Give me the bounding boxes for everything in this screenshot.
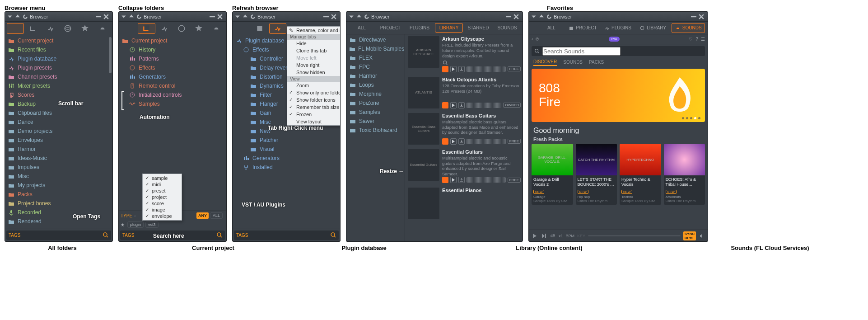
playbar-track[interactable]	[588, 235, 681, 236]
next-icon[interactable]	[541, 233, 547, 239]
pack-card[interactable]: CATCH THE RHYTHMLET'S START THE BOUNCE: …	[576, 144, 617, 205]
sounds-tab[interactable]: LIBRARY	[637, 24, 669, 33]
tab-sounds-icon[interactable]	[94, 23, 111, 34]
library-tab[interactable]: LIBRARY	[435, 23, 463, 33]
list-item[interactable]: Ideas-Music	[5, 154, 112, 163]
list-item[interactable]: Toxic Biohazard	[346, 126, 405, 135]
library-pack[interactable]: Essential Bass GuitarsEssential Bass Gui…	[408, 113, 521, 145]
list-item[interactable]: Effects	[119, 63, 226, 72]
search-icon[interactable]	[103, 232, 109, 239]
list-item[interactable]: Project bones	[5, 199, 112, 208]
popup-tag-item[interactable]: ✓envelope	[144, 213, 181, 219]
library-pack[interactable]: ATLANTISBlack Octopus Atlantis128 Oceani…	[408, 77, 521, 108]
play-icon[interactable]	[532, 233, 538, 239]
scrollbar[interactable]	[109, 37, 112, 73]
refresh-icon[interactable]: ⟳	[536, 37, 539, 42]
list-item[interactable]: FPC	[346, 62, 405, 71]
library-tab[interactable]: SOUNDS	[494, 24, 521, 32]
soundcloud-icon[interactable]	[442, 138, 448, 145]
search-icon[interactable]	[442, 60, 448, 66]
download-icon[interactable]	[458, 138, 465, 145]
pill-any[interactable]: ANY	[196, 212, 209, 219]
list-item[interactable]: FL Mobile Samples	[346, 44, 405, 53]
minimize-icon[interactable]	[95, 14, 102, 20]
ctx-hide[interactable]: Hide	[287, 40, 341, 47]
list-item[interactable]: My projects	[5, 181, 112, 190]
titlebar[interactable]: Browser	[119, 12, 226, 22]
list-item[interactable]: Recorded	[5, 208, 112, 217]
ctx-folder-icons[interactable]: ✓Show folder icons	[287, 96, 341, 104]
volume-icon[interactable]	[699, 233, 705, 239]
list-item[interactable]: Envelopes	[5, 136, 112, 145]
tab-plugins-icon[interactable]	[42, 23, 59, 34]
nav-up-icon[interactable]	[128, 14, 135, 20]
titlebar[interactable]: Browser	[346, 12, 523, 22]
pack-card[interactable]: GARAGE. DRILL. VOCALS.Garage & Drill Voc…	[532, 144, 573, 205]
list-item[interactable]: Generators	[119, 72, 226, 81]
popup-tag-item[interactable]: ✓preset	[144, 188, 181, 194]
subtab-discover[interactable]: DISCOVER	[533, 59, 557, 66]
nav-up-icon[interactable]	[242, 14, 248, 20]
play-icon[interactable]	[450, 177, 457, 183]
chevron-down-icon[interactable]	[121, 14, 127, 20]
waveform[interactable]	[467, 177, 506, 183]
list-item[interactable]: Mixer presets	[5, 81, 112, 90]
chevron-down-icon[interactable]	[348, 14, 355, 20]
sounds-search[interactable]	[532, 46, 705, 56]
ctx-only-one[interactable]: ✓Show only one folder content	[287, 89, 341, 96]
close-icon[interactable]	[331, 14, 337, 20]
chevron-down-icon[interactable]	[531, 14, 537, 20]
heart-icon[interactable]: ♡	[689, 37, 693, 42]
titlebar[interactable]: Browser	[233, 12, 340, 22]
tab-all-icon[interactable]	[234, 23, 251, 34]
list-item[interactable]: Sawer	[346, 117, 405, 126]
refresh-icon[interactable]	[136, 14, 142, 20]
tags-bar[interactable]: TAGS	[234, 231, 339, 240]
tab-library-icon[interactable]	[173, 23, 190, 34]
ctx-remember[interactable]: ✓Remember tab size	[287, 104, 341, 111]
nav-up-icon[interactable]	[356, 14, 362, 20]
tab-plugins-icon[interactable]	[269, 23, 286, 34]
tab-all-icon[interactable]	[121, 23, 137, 34]
list-item[interactable]: Harmor	[346, 71, 405, 80]
waveform[interactable]	[467, 66, 506, 72]
list-item[interactable]: Harmor	[5, 145, 112, 154]
list-item[interactable]: Impulses	[5, 163, 112, 172]
list-item[interactable]: Loops	[346, 80, 405, 89]
popup-tag-item[interactable]: ✓project	[144, 194, 181, 200]
subtab-sounds[interactable]: SOUNDS	[563, 60, 583, 66]
list-item[interactable]: Channel presets	[5, 72, 112, 81]
titlebar[interactable]: Browser	[529, 12, 708, 22]
list-item[interactable]: Misc	[5, 172, 112, 181]
library-tab[interactable]: PROJECT	[377, 24, 404, 32]
sounds-tab[interactable]: PLUGINS	[602, 24, 634, 33]
list-item[interactable]: Remote control	[119, 81, 226, 90]
popup-tag-item[interactable]: ✓score	[144, 200, 181, 207]
sounds-tab[interactable]: ALL	[532, 24, 564, 33]
library-pack[interactable]: ARKSUN CITYSCAPEArksun CityscapeFREE inc…	[408, 36, 521, 72]
star-icon[interactable]: ★	[121, 222, 125, 227]
ctx-view-layout[interactable]: View layout▸	[287, 118, 341, 125]
soundcloud-icon[interactable]	[442, 66, 448, 72]
download-icon[interactable]	[458, 66, 465, 72]
refresh-icon[interactable]	[546, 14, 552, 20]
play-icon[interactable]	[450, 66, 457, 72]
menu-icon[interactable]: ☰	[701, 37, 705, 42]
list-item[interactable]: Visual	[233, 145, 340, 154]
play-icon[interactable]	[450, 138, 457, 145]
titlebar[interactable]: Browser	[5, 12, 112, 22]
tags-popup[interactable]: ✓sample✓midi✓preset✓project✓score✓image✓…	[142, 174, 182, 221]
minimize-icon[interactable]	[209, 14, 215, 20]
list-item[interactable]: Scores	[5, 90, 112, 99]
tab-project-icon[interactable]	[138, 23, 155, 34]
waveform[interactable]	[467, 139, 506, 144]
list-item[interactable]: Backup	[5, 99, 112, 108]
list-item[interactable]: History	[119, 45, 226, 54]
subtab-packs[interactable]: PACKS	[589, 60, 604, 66]
library-tab[interactable]: ALL	[348, 24, 375, 32]
minimize-icon[interactable]	[323, 14, 329, 20]
list-item[interactable]: Demo projects	[5, 127, 112, 136]
pack-card[interactable]: HYPERTECHNOHyper Techno & VocalsNEWTechn…	[620, 144, 661, 205]
list-item[interactable]: Initialized controls	[119, 90, 226, 99]
back-icon[interactable]: ‹	[532, 37, 533, 42]
